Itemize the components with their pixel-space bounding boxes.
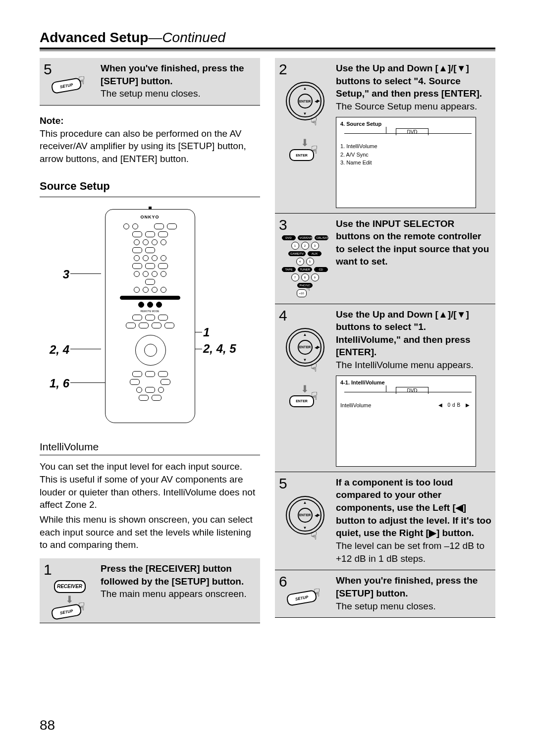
right-step2: 2 ENTER ▲▼◀▶ ☟ ⬇ ENTER ☟ Use the Up and … xyxy=(275,58,495,214)
osd-title: 4. Source Setup xyxy=(340,120,472,128)
remote-control-icon: ONKYO REMOTE MODE xyxy=(105,209,195,423)
intellivolume-body2: While this menu is shown onscreen, you c… xyxy=(40,513,260,551)
left-step5-body: The setup menu closes. xyxy=(101,88,201,99)
page-number: 88 xyxy=(40,717,55,733)
osd-tab: DVD xyxy=(396,387,428,394)
osd-intellivolume: 4-1. IntelliVolume DVD IntelliVolume ◀ 0… xyxy=(336,376,476,467)
step-number: 2 xyxy=(279,62,287,77)
callout-24: 2, 4 xyxy=(40,343,69,357)
step-number: 4 xyxy=(279,308,287,323)
remote-buttons: REMOTE MODE xyxy=(110,223,190,418)
enter-button-icon: ENTER xyxy=(289,149,314,161)
step-number: 5 xyxy=(44,62,52,77)
osd-title: 4-1. IntelliVolume xyxy=(340,379,472,386)
right-step6: 6 SETUP ☟ When you're finished, press th… xyxy=(275,570,495,618)
receiver-button-icon: RECEIVER xyxy=(54,580,86,593)
osd-row-value: ◀ 0dB ▶ xyxy=(438,401,472,409)
right-step3: 3 DVDVCR/DVRCBL/SAT 123 GAME/TVAUX 45 TA… xyxy=(275,214,495,304)
left-step5: 5 SETUP ☟ When you've finished, press th… xyxy=(40,58,260,106)
hand-icon: ☟ xyxy=(311,391,318,402)
page-header: Advanced Setup—Continued xyxy=(40,30,495,46)
right-step2-text: Use the Up and Down [▲]/[▼] buttons to s… xyxy=(336,62,491,208)
header-subtitle: —Continued xyxy=(148,30,225,45)
callout-16: 1, 6 xyxy=(40,377,69,390)
remote-figure: 3 2, 4 1, 6 1 2, 4, 5 ONKYO xyxy=(40,204,260,437)
left-step1-text: Press the [RECEIVER] button followed by … xyxy=(101,562,256,600)
note-label: Note: xyxy=(40,115,64,126)
hand-icon: ☟ xyxy=(78,75,85,86)
setup-button-icon: SETUP xyxy=(51,603,82,620)
callout-3: 3 xyxy=(40,268,69,281)
right-step2-bold: Use the Up and Down [▲]/[▼] buttons to s… xyxy=(336,62,491,100)
left-column: 5 SETUP ☟ When you've finished, press th… xyxy=(40,58,260,623)
navpad-icon: ENTER ▲▼◀▶ xyxy=(286,82,324,120)
intellivolume-heading: IntelliVolume xyxy=(40,441,260,453)
setup-button-icon: SETUP xyxy=(286,590,317,606)
down-arrow-icon: ⬇ xyxy=(301,139,309,146)
callout-line xyxy=(70,349,101,349)
note-block: Note: This procedure can also be perform… xyxy=(40,114,260,165)
input-selector-icon: DVDVCR/DVRCBL/SAT 123 GAME/TVAUX 45 TAPE… xyxy=(282,235,328,299)
hand-icon: ☟ xyxy=(311,145,318,156)
step-number: 1 xyxy=(44,562,52,577)
right-step6-bold: When you're finished, press the [SETUP] … xyxy=(336,574,491,599)
callout-245: 2, 4, 5 xyxy=(203,342,236,356)
intellivolume-body1: You can set the input level for each inp… xyxy=(40,460,260,511)
navpad-icon: ENTER ▲▼◀▶ xyxy=(286,328,324,367)
section-rule xyxy=(40,197,260,197)
callout-line xyxy=(70,273,101,274)
hand-icon: ☟ xyxy=(314,588,320,598)
header-rule-thin xyxy=(40,51,495,51)
right-step4-bold: Use the Up and Down [▲]/[▼] buttons to s… xyxy=(336,308,491,359)
section-title: Source Setup xyxy=(40,180,260,193)
step-number: 3 xyxy=(279,217,287,232)
right-step2-body: The Source Setup menu appears. xyxy=(336,101,477,111)
header-title: Advanced Setup xyxy=(40,30,148,45)
intellivolume-rule xyxy=(40,455,260,455)
enter-button-icon: ENTER xyxy=(289,395,314,407)
setup-button-icon: SETUP xyxy=(51,77,82,94)
note-body: This procedure can also be performed on … xyxy=(40,128,246,164)
right-step6-figure: 6 SETUP ☟ xyxy=(279,574,331,604)
navpad-icon: ENTER ▲▼◀▶ xyxy=(286,496,324,535)
hand-icon: ☟ xyxy=(311,531,317,541)
step-number: 5 xyxy=(279,476,287,491)
hand-icon: ☟ xyxy=(311,363,317,374)
left-step5-bold: When you've finished, press the [SETUP] … xyxy=(101,62,256,87)
right-step5: 5 ENTER ▲▼◀▶ ☟ If a component is too lou… xyxy=(275,472,495,570)
osd-item: 1. IntelliVolume xyxy=(340,142,472,151)
hand-icon: ☟ xyxy=(78,601,85,612)
right-step3-text: Use the INPUT SELECTOR buttons on the re… xyxy=(336,217,491,269)
right-step6-text: When you're finished, press the [SETUP] … xyxy=(336,574,491,612)
left-step5-figure: 5 SETUP ☟ xyxy=(44,62,96,92)
left-step1-bold: Press the [RECEIVER] button followed by … xyxy=(101,562,256,588)
right-column: 2 ENTER ▲▼◀▶ ☟ ⬇ ENTER ☟ Use the Up and … xyxy=(275,58,495,623)
right-step3-bold: Use the INPUT SELECTOR buttons on the re… xyxy=(336,217,491,269)
left-step1-body: The main menu appears onscreen. xyxy=(101,589,247,599)
right-step5-figure: 5 ENTER ▲▼◀▶ ☟ xyxy=(279,476,331,550)
right-step5-body: The level can be set from –12 dB to +12 … xyxy=(336,540,484,564)
left-step1: 1 RECEIVER ⬇ SETUP ☟ Press the [RECEIVER… xyxy=(40,558,260,623)
header-rule-thick xyxy=(40,48,495,50)
right-step5-bold: If a component is too loud compared to y… xyxy=(336,476,491,540)
left-step5-text: When you've finished, press the [SETUP] … xyxy=(101,62,256,100)
remote-brand: ONKYO xyxy=(106,215,195,219)
right-step2-figure: 2 ENTER ▲▼◀▶ ☟ ⬇ ENTER ☟ xyxy=(279,62,331,161)
right-step4-figure: 4 ENTER ▲▼◀▶ ☟ ⬇ ENTER ☟ xyxy=(279,308,331,407)
remote-navpad-icon xyxy=(125,332,175,367)
down-arrow-icon: ⬇ xyxy=(65,596,74,603)
right-step3-figure: 3 DVDVCR/DVRCBL/SAT 123 GAME/TVAUX 45 TA… xyxy=(279,217,331,299)
osd-tab: DVD xyxy=(396,128,428,136)
right-step4-text: Use the Up and Down [▲]/[▼] buttons to s… xyxy=(336,308,491,467)
osd-source-setup: 4. Source Setup DVD 1. IntelliVolume 2. … xyxy=(336,117,476,208)
osd-row-label: IntelliVolume xyxy=(340,401,371,410)
hand-icon: ☟ xyxy=(306,284,311,292)
left-step1-figure: 1 RECEIVER ⬇ SETUP ☟ xyxy=(44,562,96,618)
osd-row: IntelliVolume ◀ 0dB ▶ xyxy=(340,401,472,410)
osd-item: 3. Name Edit xyxy=(340,159,472,167)
callout-1: 1 xyxy=(203,325,210,339)
osd-items: 1. IntelliVolume 2. A/V Sync 3. Name Edi… xyxy=(340,142,472,167)
step-number: 6 xyxy=(279,574,287,589)
hand-icon: ☟ xyxy=(311,116,317,127)
right-step5-text: If a component is too loud compared to y… xyxy=(336,476,491,565)
